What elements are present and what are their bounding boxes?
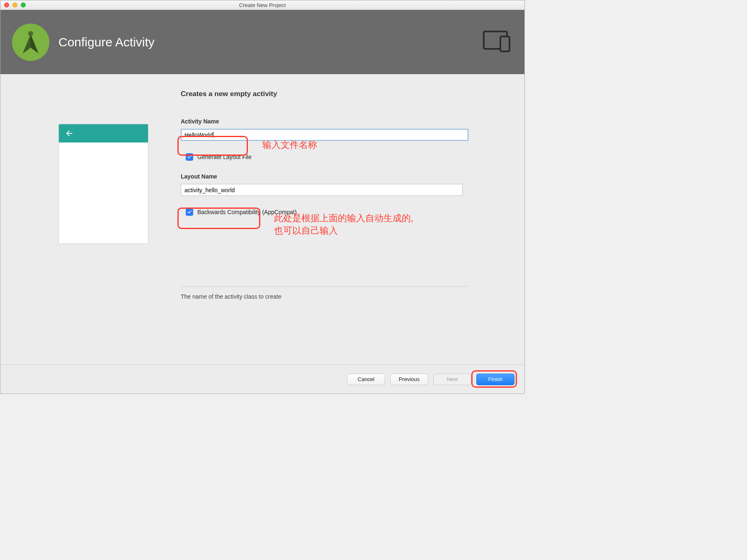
wizard-footer: Cancel Previous Next Finish <box>0 364 524 393</box>
android-studio-logo-icon <box>12 24 49 61</box>
activity-preview <box>58 124 148 244</box>
close-icon[interactable] <box>4 2 9 7</box>
generate-layout-row[interactable]: Generate Layout File <box>186 153 512 161</box>
previous-button[interactable]: Previous <box>390 374 428 385</box>
maximize-icon[interactable] <box>21 2 26 7</box>
minimize-icon[interactable] <box>12 2 17 7</box>
back-arrow-icon <box>65 129 74 138</box>
window-controls <box>4 2 26 7</box>
activity-name-input[interactable]: HelloWorld <box>181 129 468 141</box>
titlebar: Create New Project <box>0 0 524 10</box>
next-button: Next <box>433 374 471 385</box>
device-preview-icon <box>483 31 513 54</box>
backwards-compat-checkbox[interactable] <box>186 208 193 216</box>
window-title: Create New Project <box>0 2 524 8</box>
create-project-window: Create New Project Configure Activity <box>0 0 525 394</box>
checkmark-icon <box>187 154 192 159</box>
svg-rect-2 <box>500 36 509 51</box>
finish-button[interactable]: Finish <box>476 374 514 385</box>
hint-separator <box>181 286 468 287</box>
backwards-compat-row[interactable]: Backwards Compatibility (AppCompat) <box>186 208 512 216</box>
wizard-body: Creates a new empty activity Activity Na… <box>0 74 524 364</box>
hint-text: The name of the activity class to create <box>181 293 512 300</box>
layout-name-input[interactable] <box>181 184 463 196</box>
activity-name-row: Activity Name HelloWorld <box>181 118 512 141</box>
text-caret <box>213 132 213 138</box>
generate-layout-checkbox[interactable] <box>186 153 193 161</box>
cancel-button[interactable]: Cancel <box>347 374 385 385</box>
section-title: Creates a new empty activity <box>181 90 512 98</box>
checkmark-icon <box>187 210 192 215</box>
backwards-compat-label: Backwards Compatibility (AppCompat) <box>197 209 297 215</box>
wizard-header: Configure Activity <box>0 10 524 74</box>
generate-layout-label: Generate Layout File <box>197 154 252 160</box>
activity-name-label: Activity Name <box>181 118 512 125</box>
layout-name-row: Layout Name <box>181 173 512 196</box>
activity-name-value: HelloWorld <box>184 132 213 138</box>
layout-name-label: Layout Name <box>181 173 512 180</box>
wizard-title: Configure Activity <box>58 35 155 49</box>
form-area: Creates a new empty activity Activity Na… <box>181 90 512 300</box>
preview-appbar <box>59 124 148 142</box>
